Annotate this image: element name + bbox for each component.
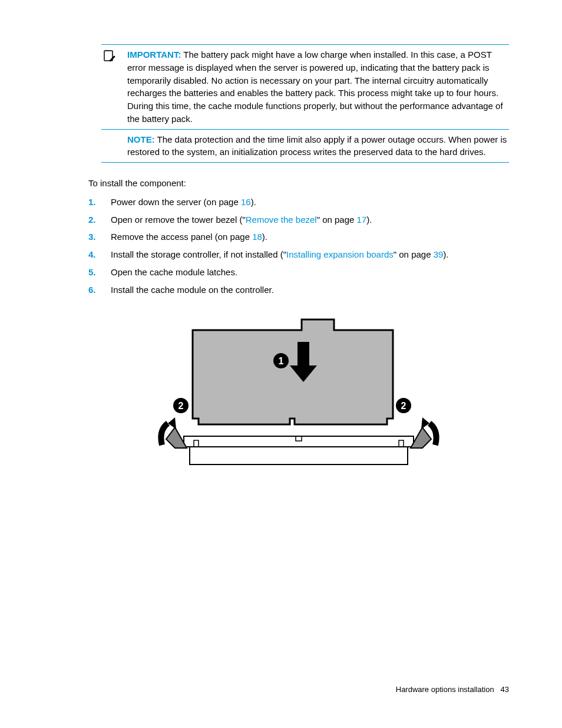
note-icon bbox=[103, 50, 115, 62]
page-link-17[interactable]: 17 bbox=[357, 215, 367, 225]
step-1: Power down the server (on page 16). bbox=[88, 196, 509, 209]
step-5: Open the cache module latches. bbox=[88, 266, 509, 279]
note-text: The data protection and the time limit a… bbox=[127, 134, 507, 157]
footer-page-number: 43 bbox=[501, 685, 509, 694]
svg-text:2: 2 bbox=[401, 401, 406, 411]
step-6: Install the cache module on the controll… bbox=[88, 284, 509, 297]
svg-rect-6 bbox=[190, 447, 408, 465]
link-expansion-boards[interactable]: Installing expansion boards bbox=[286, 249, 394, 259]
page-link-18[interactable]: 18 bbox=[252, 232, 262, 242]
svg-rect-3 bbox=[184, 436, 414, 447]
footer-section: Hardware options installation bbox=[396, 685, 494, 694]
note-label: NOTE: bbox=[127, 134, 155, 144]
important-label: IMPORTANT: bbox=[127, 50, 181, 60]
important-text: The battery pack might have a low charge… bbox=[127, 50, 503, 124]
page-link-16[interactable]: 16 bbox=[241, 197, 251, 207]
step-2: Open or remove the tower bezel ("Remove … bbox=[88, 213, 509, 226]
note-callout: NOTE: The data protection and the time l… bbox=[101, 130, 509, 163]
link-remove-bezel[interactable]: Remove the bezel bbox=[246, 215, 317, 225]
step-4: Install the storage controller, if not i… bbox=[88, 248, 509, 261]
intro-text: To install the component: bbox=[88, 177, 509, 190]
page-footer: Hardware options installation 43 bbox=[396, 684, 509, 696]
step-3: Remove the access panel (on page 18). bbox=[88, 230, 509, 243]
steps-list: Power down the server (on page 16). Open… bbox=[88, 196, 509, 297]
page-link-39[interactable]: 39 bbox=[434, 249, 444, 259]
installation-diagram: 1 2 2 bbox=[88, 312, 509, 493]
important-callout: IMPORTANT: The battery pack might have a… bbox=[101, 44, 509, 130]
svg-text:1: 1 bbox=[279, 356, 284, 366]
svg-text:2: 2 bbox=[178, 401, 184, 411]
